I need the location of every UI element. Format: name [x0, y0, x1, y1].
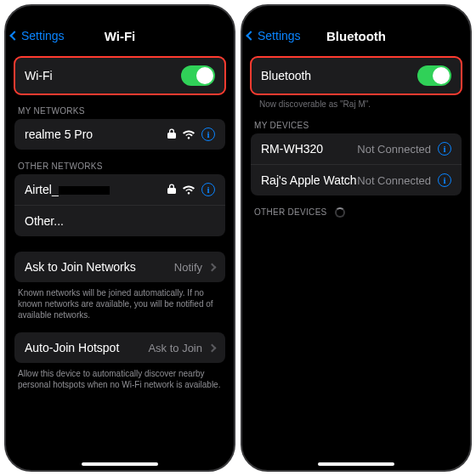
phone-wifi: Settings Wi-Fi Wi-Fi MY NETWORKS realme … [4, 4, 235, 472]
content: Bluetooth Now discoverable as "Raj M". M… [242, 48, 470, 470]
ask-label: Ask to Join Networks [25, 260, 136, 274]
network-name: Airtel_ [25, 183, 110, 196]
status-bar [242, 6, 470, 23]
bluetooth-toggle-label: Bluetooth [261, 69, 311, 82]
other-devices-header: OTHER DEVICES [254, 207, 458, 218]
bluetooth-toggle-row[interactable]: Bluetooth [251, 57, 462, 94]
spinner-icon [335, 207, 345, 218]
info-icon[interactable]: i [201, 183, 215, 196]
wifi-toggle-label: Wi-Fi [25, 69, 53, 82]
discoverable-note: Now discoverable as "Raj M". [259, 99, 458, 109]
other-network-row[interactable]: Other... [14, 205, 225, 236]
network-row[interactable]: Airtel_ i [14, 174, 225, 205]
ask-to-join-row[interactable]: Ask to Join Networks Notify [14, 252, 225, 282]
ask-footnote: Known networks will be joined automatica… [18, 287, 222, 320]
wifi-toggle-row[interactable]: Wi-Fi [14, 57, 225, 94]
hotspot-value: Ask to Join [148, 342, 202, 354]
back-label: Settings [21, 29, 65, 42]
my-networks-header: MY NETWORKS [18, 106, 222, 116]
my-devices-header: MY DEVICES [254, 121, 458, 130]
toggle-switch[interactable] [417, 65, 451, 86]
device-row[interactable]: RM-WH320 Not Connected i [251, 133, 462, 164]
auto-join-hotspot-row[interactable]: Auto-Join Hotspot Ask to Join [14, 332, 225, 363]
device-row[interactable]: Raj's Apple Watch Not Connected i [251, 164, 462, 196]
other-networks-header: OTHER NETWORKS [18, 162, 222, 171]
network-name: realme 5 Pro [25, 128, 93, 141]
chevron-right-icon [208, 263, 217, 271]
wifi-icon [183, 185, 195, 195]
nav-bar: Settings Bluetooth [242, 23, 470, 48]
phone-bluetooth: Settings Bluetooth Bluetooth Now discove… [241, 4, 472, 472]
hotspot-footnote: Allow this device to automatically disco… [18, 368, 222, 390]
info-icon[interactable]: i [201, 128, 215, 141]
chevron-right-icon [208, 343, 217, 352]
wifi-icon [183, 130, 195, 139]
status-bar [6, 6, 234, 23]
back-button[interactable]: Settings [11, 29, 65, 42]
nav-bar: Settings Wi-Fi [6, 23, 234, 48]
hotspot-label: Auto-Join Hotspot [25, 341, 119, 354]
device-name: Raj's Apple Watch [261, 173, 357, 187]
other-label: Other... [25, 214, 64, 228]
back-button[interactable]: Settings [247, 29, 301, 42]
home-indicator[interactable] [82, 462, 158, 466]
device-status: Not Connected [357, 174, 431, 187]
network-row[interactable]: realme 5 Pro i [14, 119, 225, 150]
device-status: Not Connected [357, 143, 431, 156]
info-icon[interactable]: i [438, 173, 451, 187]
my-networks-group: realme 5 Pro i [14, 119, 225, 150]
content: Wi-Fi MY NETWORKS realme 5 Pro i OTHER N… [6, 48, 234, 470]
other-networks-group: Airtel_ i Other... [14, 174, 225, 236]
chevron-left-icon [9, 31, 19, 40]
my-devices-group: RM-WH320 Not Connected i Raj's Apple Wat… [251, 133, 462, 196]
home-indicator[interactable] [318, 462, 394, 466]
toggle-switch[interactable] [181, 65, 215, 86]
device-name: RM-WH320 [261, 142, 323, 156]
lock-icon [167, 183, 176, 196]
lock-icon [167, 128, 176, 141]
chevron-left-icon [246, 31, 255, 40]
info-icon[interactable]: i [438, 142, 451, 156]
redacted [59, 186, 110, 195]
ask-value: Notify [174, 261, 202, 274]
back-label: Settings [258, 29, 301, 42]
